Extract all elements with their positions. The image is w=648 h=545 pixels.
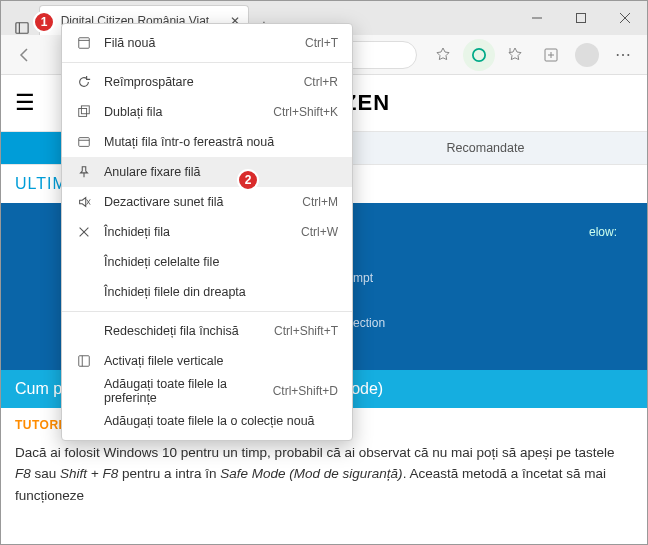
menu-separator (62, 62, 352, 63)
svg-point-6 (473, 48, 485, 60)
menu-item-shortcut: Ctrl+T (305, 36, 338, 50)
collections-icon[interactable] (499, 39, 531, 71)
svg-rect-25 (79, 356, 90, 367)
profile-button[interactable] (571, 39, 603, 71)
menu-item-shortcut: Ctrl+Shift+T (274, 324, 338, 338)
menu-item[interactable]: Închideți filaCtrl+W (62, 217, 352, 247)
article-body: Dacă ai folosit Windows 10 pentru un tim… (1, 442, 647, 507)
extension-icon[interactable] (463, 39, 495, 71)
menu-item-shortcut: Ctrl+W (301, 225, 338, 239)
mute-icon (76, 195, 92, 209)
close-window-button[interactable] (603, 1, 647, 35)
svg-rect-3 (577, 14, 586, 23)
menu-item-shortcut: Ctrl+M (302, 195, 338, 209)
menu-item[interactable]: Adăugați toate filele la o colecție nouă (62, 406, 352, 436)
menu-item-label: Dezactivare sunet filă (104, 195, 290, 209)
menu-item-label: Închideți celelalte file (104, 255, 338, 269)
menu-separator (62, 311, 352, 312)
menu-button[interactable]: ⋯ (607, 39, 639, 71)
menu-item-label: Închideți fila (104, 225, 289, 239)
dup-icon (76, 105, 92, 119)
menu-item-label: Adăugați toate filele la preferințe (104, 377, 261, 405)
maximize-button[interactable] (559, 1, 603, 35)
menu-item[interactable]: Activați filele verticale (62, 346, 352, 376)
window-controls (515, 1, 647, 35)
menu-item[interactable]: Dezactivare sunet filăCtrl+M (62, 187, 352, 217)
window-icon (76, 135, 92, 149)
pin-icon (76, 165, 92, 179)
menu-item[interactable]: Redeschideți fila închisăCtrl+Shift+T (62, 316, 352, 346)
annotation-badge-1: 1 (33, 11, 55, 33)
menu-item[interactable]: Mutați fila într-o fereastră nouă (62, 127, 352, 157)
menu-item-label: Redeschideți fila închisă (104, 324, 262, 338)
menu-item-label: Închideți filele din dreapta (104, 285, 338, 299)
minimize-button[interactable] (515, 1, 559, 35)
menu-item-label: Activați filele verticale (104, 354, 338, 368)
menu-item[interactable]: Închideți celelalte file (62, 247, 352, 277)
menu-item-shortcut: Ctrl+R (304, 75, 338, 89)
menu-item-label: Dublați fila (104, 105, 261, 119)
menu-item-label: Anulare fixare filă (104, 165, 338, 179)
menu-item[interactable]: Adăugați toate filele la preferințeCtrl+… (62, 376, 352, 406)
favorites-icon[interactable] (427, 39, 459, 71)
annotation-badge-2: 2 (237, 169, 259, 191)
menu-item-label: Filă nouă (104, 36, 293, 50)
svg-rect-17 (79, 109, 87, 117)
nav-tab-recommended[interactable]: Recomandate (324, 132, 647, 164)
svg-rect-0 (16, 23, 28, 34)
menu-item[interactable]: Dublați filaCtrl+Shift+K (62, 97, 352, 127)
menu-item-label: Adăugați toate filele la o colecție nouă (104, 414, 338, 428)
svg-rect-19 (79, 138, 90, 147)
menu-item-shortcut: Ctrl+Shift+D (273, 384, 338, 398)
menu-item-shortcut: Ctrl+Shift+K (273, 105, 338, 119)
menu-item[interactable]: Filă nouăCtrl+T (62, 28, 352, 58)
close-icon (76, 225, 92, 239)
refresh-icon (76, 75, 92, 89)
menu-item[interactable]: Anulare fixare filă (62, 157, 352, 187)
svg-rect-15 (79, 38, 90, 49)
back-button[interactable] (9, 39, 41, 71)
tab-context-menu: Filă nouăCtrl+TReîmprospătareCtrl+RDubla… (61, 23, 353, 441)
svg-rect-18 (81, 106, 89, 114)
new-icon (76, 36, 92, 50)
menu-item[interactable]: Închideți filele din dreapta (62, 277, 352, 307)
vert-icon (76, 354, 92, 368)
menu-item-label: Mutați fila într-o fereastră nouă (104, 135, 338, 149)
collections-plus-icon[interactable] (535, 39, 567, 71)
menu-item-label: Reîmprospătare (104, 75, 292, 89)
menu-item[interactable]: ReîmprospătareCtrl+R (62, 67, 352, 97)
hamburger-icon[interactable]: ☰ (15, 90, 35, 116)
